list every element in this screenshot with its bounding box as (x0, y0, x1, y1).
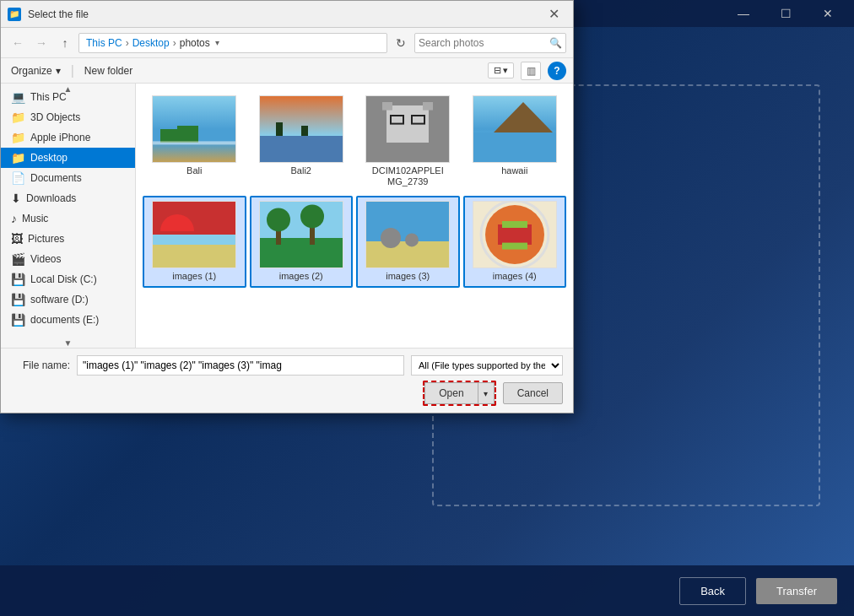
file-dialog: 📁 Select the file ✕ ← → ↑ This PC › Desk… (0, 0, 574, 413)
dialog-bottombar: File name: All (File types supported by … (1, 348, 573, 413)
file-item-bali2[interactable]: Bali2 (250, 90, 354, 192)
sidebar-label-documents: Documents (30, 172, 128, 184)
bg-maximize-btn[interactable]: ☐ (766, 0, 805, 27)
file-name-images3: images (3) (386, 271, 430, 282)
file-item-images2[interactable]: images (2) (250, 196, 354, 287)
sidebar-item-software-d[interactable]: 💾software (D:) (1, 289, 135, 310)
breadcrumb-sep1: › (126, 37, 129, 49)
breadcrumb-sep2: › (173, 37, 176, 49)
cancel-button[interactable]: Cancel (503, 382, 563, 404)
sidebar-icon-apple-iphone: 📁 (11, 131, 25, 144)
sidebar-label-pictures: Pictures (28, 233, 128, 245)
sidebar-icon-videos: 🎬 (11, 252, 25, 266)
sidebar-icon-local-disk-c: 💾 (11, 273, 25, 286)
nav-back-button[interactable]: ← (8, 33, 28, 53)
sidebar-icon-desktop: 📁 (11, 151, 25, 165)
breadcrumb-this-pc[interactable]: This PC (86, 37, 122, 49)
nav-up-button[interactable]: ↑ (55, 33, 75, 53)
sidebar-item-documents-e[interactable]: 💾documents (E:) (1, 310, 135, 330)
file-name-bali2: Bali2 (291, 165, 311, 176)
file-thumb-bali2 (259, 95, 343, 163)
file-thumb-images2 (259, 201, 343, 268)
organize-label: Organize (11, 65, 52, 77)
sidebar-label-software-d: software (D:) (30, 294, 128, 305)
breadcrumb-arrow: ▾ (215, 38, 219, 47)
sidebar-item-pictures[interactable]: 🖼Pictures (1, 229, 135, 249)
sidebar-icon-3d-objects: 📁 (11, 111, 25, 124)
breadcrumb-desktop[interactable]: Desktop (132, 37, 170, 49)
file-thumb-bali (152, 95, 236, 163)
file-name-images1: images (1) (172, 271, 216, 282)
sidebar-scroll-up[interactable]: ▲ (62, 84, 75, 94)
sidebar-label-3d-objects: 3D Objects (30, 111, 128, 123)
sidebar-item-apple-iphone[interactable]: 📁Apple iPhone (1, 127, 135, 148)
file-thumb-dcim (365, 95, 450, 163)
help-button[interactable]: ? (548, 62, 566, 80)
filename-label: File name: (11, 359, 70, 371)
sidebar-label-documents-e: documents (E:) (30, 314, 128, 326)
file-item-images3[interactable]: images (3) (356, 196, 460, 287)
open-button[interactable]: Open (424, 382, 477, 404)
sidebar-item-local-disk-c[interactable]: 💾Local Disk (C:) (1, 269, 135, 289)
buttons-row: Open ▾ Cancel (11, 381, 563, 406)
view-icon: ⊟ (494, 65, 501, 76)
breadcrumb-photos: photos (180, 37, 210, 49)
sidebar-label-videos: Videos (30, 253, 128, 265)
sidebar-item-videos[interactable]: 🎬Videos (1, 249, 135, 269)
dialog-close-button[interactable]: ✕ (534, 1, 573, 28)
sidebar-label-local-disk-c: Local Disk (C:) (30, 273, 128, 285)
bg-close-btn[interactable]: ✕ (808, 0, 847, 27)
nav-refresh-button[interactable]: ↻ (391, 33, 411, 53)
sidebar-item-music[interactable]: ♪Music (1, 208, 135, 229)
file-item-bali[interactable]: Bali (143, 90, 246, 192)
sidebar-label-downloads: Downloads (26, 192, 128, 204)
sidebar-item-documents[interactable]: 📄Documents (1, 168, 135, 188)
view-button[interactable]: ⊟ ▾ (488, 62, 514, 78)
open-btn-group: Open ▾ (423, 381, 495, 406)
file-grid: BaliBali2DCIM102APPLEI MG_2739hawaiiimag… (136, 84, 573, 348)
dialog-navbar: ← → ↑ This PC › Desktop › photos ▾ ↻ 🔍 (1, 28, 573, 58)
file-item-images1[interactable]: images (1) (143, 196, 246, 287)
file-thumb-images3 (365, 201, 450, 268)
open-dropdown-button[interactable]: ▾ (478, 382, 495, 404)
dialog-sidebar: ▲ 💻This PC📁3D Objects📁Apple iPhone📁Deskt… (1, 84, 136, 348)
file-name-dcim: DCIM102APPLEI MG_2739 (361, 165, 454, 187)
bg-minimize-btn[interactable]: — (724, 0, 763, 27)
search-box[interactable]: 🔍 (414, 33, 566, 53)
sidebar-item-3d-objects[interactable]: 📁3D Objects (1, 107, 135, 127)
file-thumb-images4 (473, 201, 557, 268)
breadcrumb[interactable]: This PC › Desktop › photos ▾ (78, 33, 387, 53)
sidebar-item-desktop[interactable]: 📁Desktop (1, 148, 135, 168)
filename-input[interactable] (77, 355, 404, 376)
sidebar-label-apple-iphone: Apple iPhone (30, 132, 128, 143)
sidebar-label-desktop: Desktop (30, 152, 128, 164)
filetype-select[interactable]: All (File types supported by the (411, 355, 563, 376)
view-arrow-icon: ▾ (503, 65, 508, 76)
back-button[interactable]: Back (679, 577, 746, 605)
new-folder-button[interactable]: New folder (81, 63, 136, 78)
file-name-images2: images (2) (279, 271, 323, 282)
file-item-dcim[interactable]: DCIM102APPLEI MG_2739 (356, 90, 460, 192)
toolbar-separator: | (71, 63, 74, 78)
pane-button[interactable]: ▥ (521, 62, 541, 80)
file-item-images4[interactable]: images (4) (463, 196, 567, 287)
folder-icon: 📁 (9, 9, 19, 19)
file-thumb-hawaii (473, 95, 557, 163)
nav-forward-button[interactable]: → (31, 33, 51, 53)
dialog-main: ▲ 💻This PC📁3D Objects📁Apple iPhone📁Deskt… (1, 84, 573, 348)
dialog-app-icon: 📁 (8, 8, 21, 21)
search-input[interactable] (419, 37, 549, 49)
sidebar-icon-documents-e: 💾 (11, 313, 25, 327)
file-thumb-images1 (152, 201, 236, 268)
sidebar-nav: 💻This PC📁3D Objects📁Apple iPhone📁Desktop… (1, 87, 135, 330)
sidebar-icon-downloads: ⬇ (11, 192, 21, 205)
sidebar-item-downloads[interactable]: ⬇Downloads (1, 188, 135, 208)
organize-button[interactable]: Organize ▾ (8, 63, 64, 78)
sidebar-scroll-down[interactable]: ▼ (62, 338, 75, 348)
file-name-bali: Bali (186, 165, 202, 176)
transfer-button[interactable]: Transfer (756, 578, 837, 604)
file-item-hawaii[interactable]: hawaii (463, 90, 567, 192)
sidebar-icon-music: ♪ (11, 212, 17, 225)
sidebar-label-this-pc: This PC (30, 91, 128, 103)
search-icon: 🔍 (549, 37, 562, 49)
